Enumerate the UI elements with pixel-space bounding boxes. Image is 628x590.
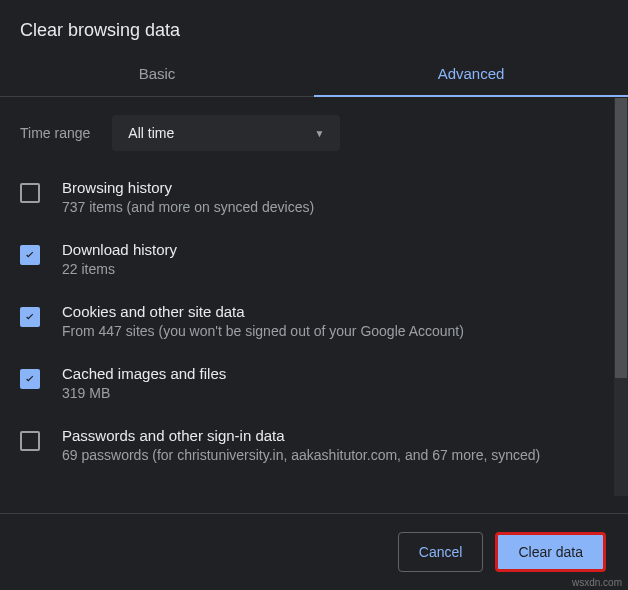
tab-bar: Basic Advanced — [0, 51, 628, 97]
cancel-button[interactable]: Cancel — [398, 532, 484, 572]
time-range-value: All time — [128, 125, 174, 141]
chevron-down-icon: ▼ — [314, 128, 324, 139]
dialog-title: Clear browsing data — [0, 0, 628, 51]
checkbox-cookies[interactable] — [20, 307, 40, 327]
watermark: wsxdn.com — [572, 577, 622, 588]
dialog-footer: Cancel Clear data — [0, 513, 628, 590]
clear-data-button[interactable]: Clear data — [495, 532, 606, 572]
checkbox-download-history[interactable] — [20, 245, 40, 265]
list-item: Cookies and other site data From 447 sit… — [20, 303, 608, 341]
checkbox-browsing-history[interactable] — [20, 183, 40, 203]
content-area: Time range All time ▼ Browsing history 7… — [0, 97, 628, 495]
item-subtitle: 737 items (and more on synced devices) — [62, 198, 314, 217]
list-item: Download history 22 items — [20, 241, 608, 279]
checkbox-passwords[interactable] — [20, 431, 40, 451]
item-title: Browsing history — [62, 179, 314, 196]
item-title: Cookies and other site data — [62, 303, 464, 320]
list-item: Passwords and other sign-in data 69 pass… — [20, 427, 608, 465]
item-subtitle: 319 MB — [62, 384, 226, 403]
tab-advanced[interactable]: Advanced — [314, 51, 628, 96]
item-title: Passwords and other sign-in data — [62, 427, 540, 444]
time-range-label: Time range — [20, 125, 90, 141]
item-title: Download history — [62, 241, 177, 258]
item-subtitle: From 447 sites (you won't be signed out … — [62, 322, 464, 341]
list-item: Cached images and files 319 MB — [20, 365, 608, 403]
checkbox-cached[interactable] — [20, 369, 40, 389]
time-range-select[interactable]: All time ▼ — [112, 115, 340, 151]
item-subtitle: 22 items — [62, 260, 177, 279]
item-subtitle: 69 passwords (for christuniversity.in, a… — [62, 446, 540, 465]
list-item: Browsing history 737 items (and more on … — [20, 179, 608, 217]
item-title: Cached images and files — [62, 365, 226, 382]
tab-basic[interactable]: Basic — [0, 51, 314, 96]
time-range-row: Time range All time ▼ — [20, 115, 608, 151]
